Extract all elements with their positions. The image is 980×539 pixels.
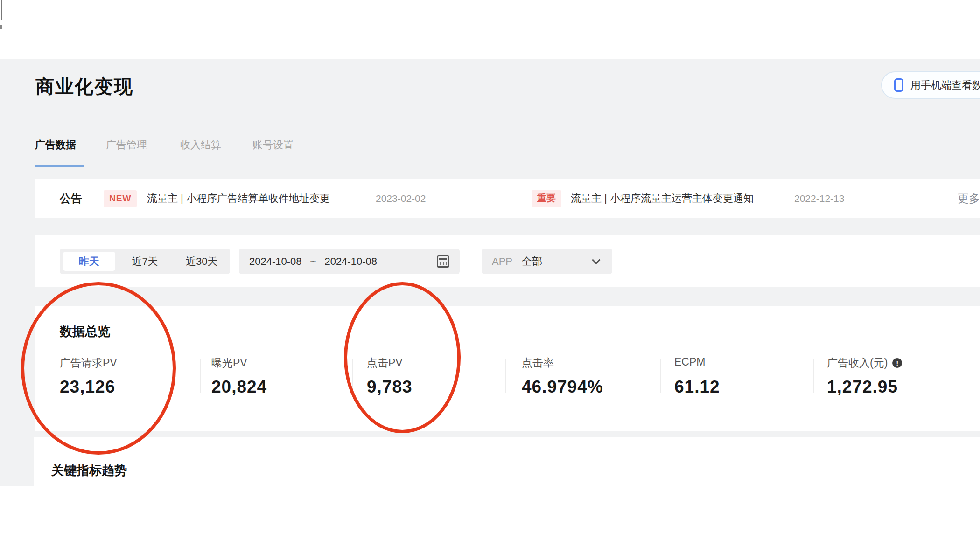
announcement-link[interactable]: 流量主 | 小程序流量主运营主体变更通知 [571, 192, 754, 206]
metric-value-ecpm: 61.12 [674, 377, 720, 397]
date-range-end[interactable]: 2024-10-08 [324, 256, 377, 268]
announcement-date: 2022-12-13 [794, 193, 844, 204]
metric-value-click-rate: 46.9794% [522, 377, 603, 397]
tabs-divider [35, 167, 980, 167]
date-range-start[interactable]: 2024-10-08 [249, 256, 302, 268]
view-on-mobile-button[interactable]: 用手机端查看数据 [881, 71, 980, 99]
metric-value-click-pv: 9,783 [367, 377, 413, 397]
metric-value-impression-pv: 20,824 [211, 377, 267, 397]
announcement-link[interactable]: 流量主 | 小程序广告结算单收件地址变更 [147, 192, 330, 206]
metric-divider [660, 359, 661, 393]
calendar-icon-header [439, 258, 447, 260]
page-title: 商业化变现 [35, 74, 133, 99]
metric-divider [505, 359, 506, 393]
tab-account-settings[interactable]: 账号设置 [252, 138, 294, 152]
range-yesterday-segment[interactable]: 昨天 [60, 249, 117, 274]
tab-ad-data[interactable]: 广告数据 [35, 138, 76, 152]
app-select-dropdown[interactable]: APP 全部 [482, 249, 612, 274]
filter-bar: 昨天 近7天 近30天 2024-10-08 ~ 2024-10-08 APP … [35, 235, 980, 287]
range-yesterday-label[interactable]: 昨天 [63, 252, 115, 271]
metric-label-ecpm: ECPM [674, 356, 705, 368]
trend-heading: 关键指标趋势 [51, 462, 127, 479]
metric-value-ad-income: 1,272.95 [827, 377, 898, 397]
metric-divider [200, 359, 201, 393]
range-last-30-days-segment[interactable]: 近30天 [173, 249, 230, 274]
ad-income-label-text: 广告收入(元) [827, 356, 888, 370]
metric-label-impression-pv: 曝光PV [211, 356, 247, 370]
calendar-icon[interactable] [437, 255, 449, 268]
app-select-label: APP [492, 256, 512, 268]
metric-label-click-pv: 点击PV [367, 356, 403, 370]
date-range-picker[interactable]: 2024-10-08 ~ 2024-10-08 [239, 249, 460, 274]
metric-value-ad-request-pv: 23,126 [60, 377, 115, 397]
tab-ad-management[interactable]: 广告管理 [106, 138, 147, 152]
date-range-separator: ~ [310, 256, 316, 268]
overview-heading: 数据总览 [60, 323, 110, 340]
chevron-down-icon [592, 256, 600, 264]
metric-label-ad-request-pv: 广告请求PV [60, 356, 117, 370]
calendar-icon-grid [440, 262, 447, 265]
exclamation-info-icon[interactable]: ! [892, 358, 902, 368]
announcement-bar: 公告 NEW 流量主 | 小程序广告结算单收件地址变更 2023-02-02 重… [35, 179, 980, 218]
date-quick-range-segmented-control: 昨天 近7天 近30天 [60, 249, 230, 274]
range-last-7-days-segment[interactable]: 近7天 [117, 249, 174, 274]
metric-label-ad-income: 广告收入(元) ! [827, 356, 902, 370]
phone-icon [894, 78, 903, 92]
data-overview-card: 数据总览 广告请求PV 23,126 曝光PV 20,824 点击PV 9,78… [35, 306, 980, 431]
metric-divider [352, 359, 353, 393]
view-on-mobile-label: 用手机端查看数据 [910, 78, 980, 92]
metric-label-click-rate: 点击率 [522, 356, 554, 370]
tab-income-settlement[interactable]: 收入结算 [180, 138, 221, 152]
window-edge-artifact [1, 0, 2, 20]
announcement-title: 公告 [60, 191, 82, 206]
app-select-value: 全部 [522, 255, 542, 269]
window-edge-tick [0, 25, 2, 29]
important-badge: 重要 [532, 190, 561, 207]
announcement-more-link[interactable]: 更多 [958, 191, 980, 206]
key-metrics-trend-card: 关键指标趋势 [34, 437, 980, 539]
metric-divider [813, 359, 814, 393]
announcement-date: 2023-02-02 [376, 193, 426, 204]
new-badge: NEW [104, 190, 137, 207]
